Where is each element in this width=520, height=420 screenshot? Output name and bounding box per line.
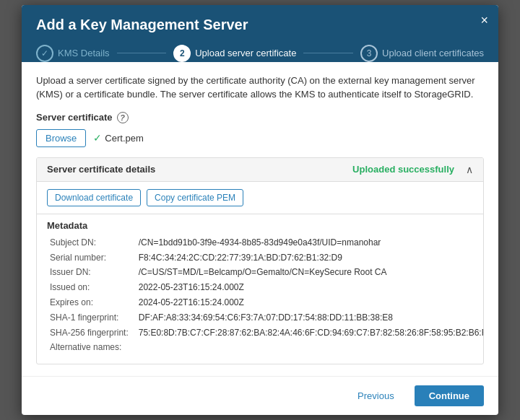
metadata-field-value: 2024-05-22T16:15:24.000Z <box>136 295 484 310</box>
metadata-row: Subject DN:/CN=1bdd91b0-3f9e-4934-8b85-8… <box>47 235 484 250</box>
metadata-field-label: Serial number: <box>47 250 136 266</box>
continue-button[interactable]: Continue <box>415 385 484 406</box>
metadata-row: Alternative names: <box>47 340 484 355</box>
metadata-field-value: /C=US/ST=MD/L=Belcamp/O=Gemalto/CN=KeySe… <box>136 265 484 280</box>
metadata-row: Serial number:F8:4C:34:24:2C:CD:22:77:39… <box>47 250 484 266</box>
modal-title: Add a Key Management Server <box>36 17 484 33</box>
step2-circle: 2 <box>173 45 191 62</box>
browse-row: Browse ✓ Cert.pem <box>36 129 484 147</box>
metadata-row: Issuer DN:/C=US/ST=MD/L=Belcamp/O=Gemalt… <box>47 265 484 280</box>
metadata-field-value: 75:E0:8D:7B:C7:CF:28:87:62:BA:82:4A:46:6… <box>136 325 484 341</box>
metadata-field-label: Expires on: <box>47 295 136 310</box>
modal-body: Upload a server certificate signed by th… <box>22 62 498 376</box>
step1-circle: ✓ <box>36 45 53 62</box>
metadata-field-label: SHA-256 fingerprint: <box>47 325 136 341</box>
download-certificate-button[interactable]: Download certificate <box>47 189 141 206</box>
metadata-row: SHA-256 fingerprint:75:E0:8D:7B:C7:CF:28… <box>47 325 484 341</box>
metadata-field-value: /CN=1bdd91b0-3f9e-4934-8b85-83d949e0a43f… <box>136 235 484 250</box>
modal-overlay: Add a Key Management Server × ✓ KMS Deta… <box>0 0 520 420</box>
file-name-display: ✓ Cert.pem <box>93 132 143 144</box>
cert-details-header: Server certificate details Uploaded succ… <box>37 158 483 182</box>
metadata-field-label: SHA-1 fingerprint: <box>47 310 136 325</box>
metadata-field-label: Subject DN: <box>47 235 136 250</box>
cert-label-text: Server certificate <box>36 112 113 123</box>
close-button[interactable]: × <box>480 14 488 27</box>
modal-header: Add a Key Management Server × ✓ KMS Deta… <box>22 5 498 62</box>
step3-label: Upload client certificates <box>382 48 484 58</box>
metadata-field-label: Issuer DN: <box>47 265 136 280</box>
collapse-icon[interactable]: ∧ <box>466 164 473 175</box>
step2-label: Upload server certificate <box>195 48 296 58</box>
step-kms-details: ✓ KMS Details <box>36 45 110 62</box>
metadata-field-value <box>136 340 484 355</box>
step-connector-2 <box>303 53 353 53</box>
cert-label-row: Server certificate ? <box>36 112 484 123</box>
modal-footer: Previous Continue <box>22 376 498 415</box>
steps-bar: ✓ KMS Details 2 Upload server certificat… <box>36 45 484 62</box>
modal: Add a Key Management Server × ✓ KMS Deta… <box>22 5 498 415</box>
file-name-text: Cert.pem <box>105 133 143 144</box>
metadata-row: SHA-1 fingerprint:DF:AF:A8:33:34:69:54:C… <box>47 310 484 325</box>
help-icon[interactable]: ? <box>117 112 129 123</box>
browse-button[interactable]: Browse <box>36 129 86 147</box>
metadata-row: Issued on:2022-05-23T16:15:24.000Z <box>47 280 484 295</box>
checkmark-icon: ✓ <box>93 132 102 144</box>
cert-details-section: Server certificate details Uploaded succ… <box>36 157 484 364</box>
previous-button[interactable]: Previous <box>344 385 407 406</box>
step-upload-server: 2 Upload server certificate <box>173 45 296 62</box>
step3-circle: 3 <box>360 45 378 62</box>
metadata-row: Expires on:2024-05-22T16:15:24.000Z <box>47 295 484 310</box>
copy-certificate-button[interactable]: Copy certificate PEM <box>147 189 243 206</box>
cert-actions: Download certificate Copy certificate PE… <box>37 182 483 214</box>
metadata-field-value: F8:4C:34:24:2C:CD:22:77:39:1A:BD:D7:62:B… <box>136 250 484 266</box>
step-connector-1 <box>117 53 167 53</box>
metadata-title: Metadata <box>47 220 473 231</box>
metadata-field-label: Alternative names: <box>47 340 136 355</box>
cert-details-title: Server certificate details <box>47 164 155 175</box>
metadata-section: Metadata Subject DN:/CN=1bdd91b0-3f9e-49… <box>37 214 483 364</box>
metadata-field-value: 2022-05-23T16:15:24.000Z <box>136 280 484 295</box>
description-text: Upload a server certificate signed by th… <box>36 74 484 102</box>
step-upload-client: 3 Upload client certificates <box>360 45 484 62</box>
metadata-field-label: Issued on: <box>47 280 136 295</box>
metadata-table: Subject DN:/CN=1bdd91b0-3f9e-4934-8b85-8… <box>47 235 484 355</box>
metadata-field-value: DF:AF:A8:33:34:69:54:C6:F3:7A:07:DD:17:5… <box>136 310 484 325</box>
step1-label: KMS Details <box>58 48 110 58</box>
upload-status: Uploaded successfully <box>352 164 454 175</box>
